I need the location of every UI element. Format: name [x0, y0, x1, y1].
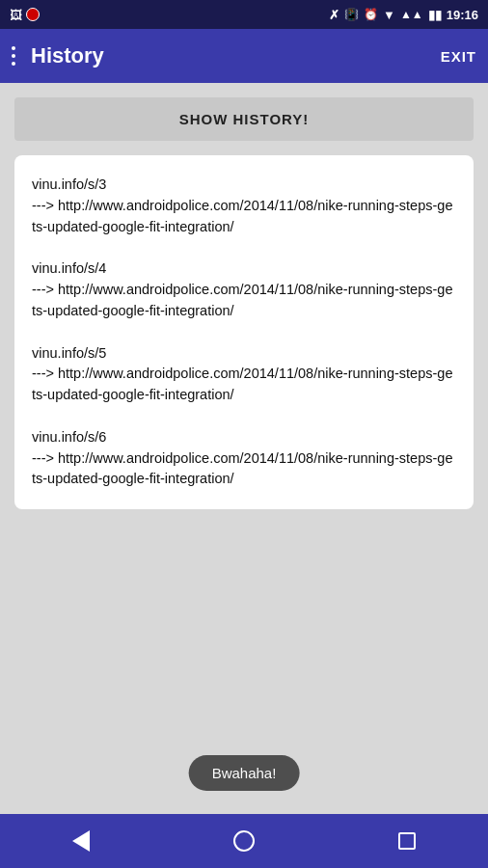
- nav-recent-button[interactable]: [388, 822, 426, 860]
- home-icon: [233, 830, 255, 852]
- short-url: vinu.info/s/3: [32, 175, 456, 196]
- nav-home-button[interactable]: [225, 822, 263, 860]
- battery-icon: ▮▮: [428, 8, 442, 22]
- back-icon: [72, 830, 90, 852]
- full-url: ---> http://www.androidpolice.com/2014/1…: [32, 364, 456, 406]
- bluetooth-icon: ✗: [329, 8, 339, 22]
- list-item: vinu.info/s/3 ---> http://www.androidpol…: [32, 175, 456, 237]
- full-url: ---> http://www.androidpolice.com/2014/1…: [32, 196, 456, 238]
- page-title: History: [31, 43, 441, 68]
- short-url: vinu.info/s/5: [32, 343, 456, 365]
- history-card: vinu.info/s/3 ---> http://www.androidpol…: [14, 155, 474, 509]
- vibrate-icon: 📳: [344, 8, 359, 21]
- image-icon: 🖼: [10, 8, 22, 22]
- menu-dots-icon[interactable]: [12, 46, 15, 66]
- bottom-nav: [0, 814, 488, 868]
- main-content: SHOW HISTORY! vinu.info/s/3 ---> http://…: [0, 83, 488, 814]
- short-url: vinu.info/s/6: [32, 427, 456, 448]
- nav-back-button[interactable]: [62, 822, 100, 860]
- list-item: vinu.info/s/5 ---> http://www.androidpol…: [32, 343, 456, 406]
- signal-icon: ▲▲: [400, 8, 423, 21]
- full-url: ---> http://www.androidpolice.com/2014/1…: [32, 448, 456, 491]
- app-bar: History EXIT: [0, 29, 488, 83]
- wifi-icon: ▼: [383, 8, 395, 22]
- list-item: vinu.info/s/4 ---> http://www.androidpol…: [32, 258, 456, 321]
- show-history-button[interactable]: SHOW HISTORY!: [14, 97, 474, 141]
- short-url: vinu.info/s/4: [32, 258, 456, 280]
- time-display: 19:16: [447, 8, 478, 22]
- status-bar-right: ✗ 📳 ⏰ ▼ ▲▲ ▮▮ 19:16: [329, 8, 478, 22]
- exit-button[interactable]: EXIT: [441, 48, 476, 65]
- list-item: vinu.info/s/6 ---> http://www.androidpol…: [32, 427, 456, 490]
- full-url: ---> http://www.androidpolice.com/2014/1…: [32, 280, 456, 322]
- toast-message: Bwahaha!: [189, 755, 300, 791]
- recent-icon: [398, 832, 416, 850]
- alarm-icon: ⏰: [364, 8, 378, 21]
- status-bar-left: 🖼: [10, 8, 40, 22]
- notification-dot: [26, 8, 40, 21]
- status-bar: 🖼 ✗ 📳 ⏰ ▼ ▲▲ ▮▮ 19:16: [0, 0, 488, 29]
